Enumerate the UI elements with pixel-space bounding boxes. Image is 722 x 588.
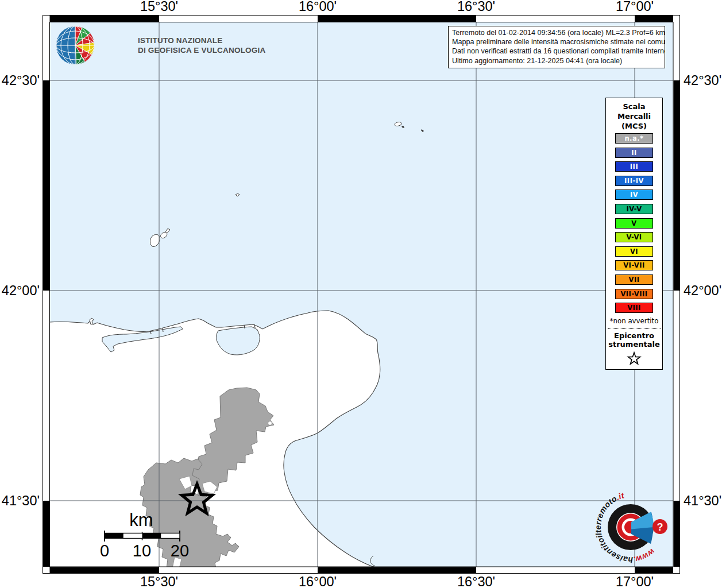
axis-label-right: 42°30'	[684, 73, 721, 88]
event-info-line: Terremoto del 01-02-2014 09:34:56 (ora l…	[452, 28, 662, 37]
legend-swatch: IV	[615, 189, 653, 200]
legend-epicenter-label: Epicentro strumentale	[606, 331, 662, 349]
axis-label-right: 42°00'	[684, 283, 721, 298]
epicenter-legend-star-icon	[627, 351, 642, 366]
axis-label-top: 16°30'	[457, 0, 495, 14]
event-info-line: Mappa preliminare delle intensità macros…	[452, 37, 662, 47]
legend-swatch: III-IV	[615, 176, 653, 186]
legend-swatch: IV-V	[615, 204, 653, 214]
scale-tick-label: 20	[171, 541, 189, 560]
legend-footnote: *non avvertito	[606, 317, 662, 325]
axis-label-bottom: 16°00'	[299, 574, 337, 588]
logo-question-mark: ?	[657, 521, 663, 533]
axis-label-right: 41°30'	[684, 493, 721, 508]
legend-swatch: V-VI	[615, 232, 653, 242]
event-info-line: Dati non verificati estratti da 16 quest…	[452, 47, 662, 56]
legend-swatch: VII-VIII	[615, 289, 653, 299]
axis-label-top: 16°00'	[299, 0, 337, 14]
axis-label-left: 42°00'	[2, 283, 40, 298]
scale-tick-label: 0	[100, 541, 109, 560]
scale-bar-unit: km	[129, 510, 153, 530]
axis-label-bottom: 15°30'	[140, 574, 178, 588]
axis-label-top: 17°00'	[616, 0, 654, 14]
axis-label-bottom: 17°00'	[616, 574, 654, 588]
legend-swatch: n.a.*	[615, 133, 653, 144]
legend-swatch: VI	[615, 246, 653, 257]
axis-label-bottom: 16°30'	[457, 574, 495, 588]
legend-swatch: VI-VII	[615, 260, 653, 270]
axis-label-left: 42°30'	[2, 73, 40, 88]
legend-swatch: II	[615, 148, 653, 158]
event-info-box: Terremoto del 01-02-2014 09:34:56 (ora l…	[448, 26, 665, 68]
ingv-name-line2: DI GEOFISICA E VULCANOLOGIA	[138, 46, 265, 55]
ingv-name-line1: ISTITUTO NAZIONALE	[138, 36, 222, 45]
legend-swatches: n.a.* II III III-IV IV IV-V V V-VI VI VI…	[606, 133, 662, 313]
axis-label-left: 41°30'	[2, 493, 40, 508]
event-info-line: Ultimo aggiornamento: 21-12-2025 04:41 (…	[452, 56, 662, 65]
legend-divider	[608, 328, 661, 329]
legend: Scala Mercalli (MCS) n.a.* II III III-IV…	[605, 98, 663, 370]
macroseismic-map-page: km 0 10 20	[0, 0, 722, 588]
legend-title: Scala Mercalli (MCS)	[606, 102, 662, 131]
scale-tick-label: 10	[133, 541, 151, 560]
legend-swatch: V	[615, 218, 653, 229]
legend-swatch: III	[615, 161, 653, 172]
axis-label-top: 15°30'	[140, 0, 178, 14]
legend-swatch: VIII	[615, 303, 653, 313]
legend-swatch: VII	[615, 274, 653, 285]
